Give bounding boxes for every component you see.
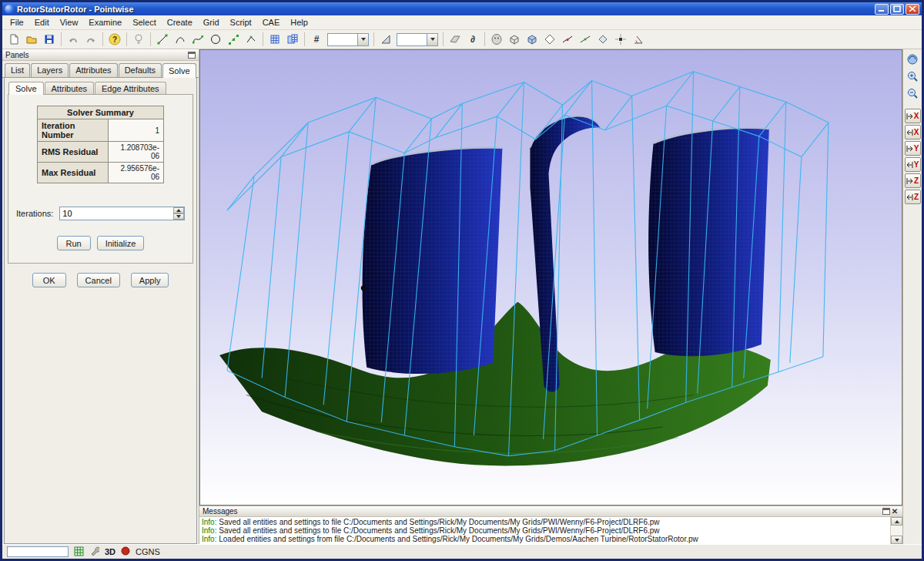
cube-outline-icon[interactable] [506,32,523,48]
menu-edit[interactable]: Edit [29,16,55,29]
spline-tool-icon[interactable] [189,32,206,48]
spacing-combo-arrow[interactable] [427,34,437,45]
scroll-down-icon[interactable] [891,536,902,544]
tab-layers[interactable]: Layers [31,63,69,78]
zoom-in-icon[interactable] [905,69,921,84]
derivative-icon[interactable]: ∂ [464,32,481,48]
spacing-combo[interactable] [397,33,438,46]
initialize-button[interactable]: Initialize [97,236,145,250]
curve-tool-icon[interactable] [172,32,189,48]
menu-view[interactable]: View [55,16,84,29]
extrude-grid-icon[interactable] [284,32,301,48]
tab-solve[interactable]: Solve [162,63,196,78]
diamond-small-icon[interactable] [594,32,611,48]
run-button[interactable]: Run [57,236,91,250]
tab-attributes[interactable]: Attributes [69,63,117,78]
circle-tool-icon[interactable] [207,32,224,48]
open-file-icon[interactable] [23,32,40,48]
messages-title: Messages [203,507,238,516]
menu-cae[interactable]: CAE [257,16,286,29]
close-button[interactable] [906,4,919,15]
save-file-icon[interactable] [41,32,58,48]
close-messages-icon[interactable]: ✕ [890,507,899,516]
panels-title: Panels [5,51,29,59]
redo-icon[interactable] [82,32,99,48]
menu-bar: File Edit View Examine Select Create Gri… [2,15,922,30]
view-minus-x-button[interactable]: X [905,125,921,139]
scroll-track[interactable] [891,526,902,536]
solver-summary-title: Solver Summary [38,106,164,119]
menu-grid[interactable]: Grid [198,16,225,29]
iterations-input[interactable] [59,207,185,220]
subtab-edge-attributes[interactable]: Edge Attributes [95,82,166,95]
dimension-combo-arrow[interactable] [357,34,368,45]
subtab-solve[interactable]: Solve [8,82,44,95]
help-icon[interactable]: ? [106,32,123,48]
title-bar: RotorStatorRotor - Pointwise [2,2,922,15]
menu-file[interactable]: File [5,16,29,29]
view-plus-x-button[interactable]: X [905,109,921,123]
rotate-view-icon[interactable] [905,52,921,67]
maximize-button[interactable] [890,4,904,15]
apply-button[interactable]: Apply [131,273,169,287]
view-plus-y-button[interactable]: Y [905,141,921,156]
subtab-attributes[interactable]: Attributes [45,82,94,95]
solve-panel: Solve Attributes Edge Attributes Solver … [4,78,197,544]
point-marker[interactable] [361,285,367,291]
tool-wrench-icon[interactable] [89,546,99,558]
log-line: Info: Saved all entities and settings to… [202,518,888,526]
float-panel-icon[interactable] [188,52,196,59]
cancel-button[interactable]: Cancel [77,273,120,287]
float-messages-icon[interactable] [882,508,890,515]
tab-list[interactable]: List [5,63,30,78]
view-minus-y-button[interactable]: Y [905,157,921,172]
structured-grid-icon[interactable] [266,32,283,48]
light-toggle-icon[interactable] [130,32,147,48]
minimize-button[interactable] [875,4,889,15]
menu-script[interactable]: Script [225,16,257,29]
solve-content: Solver Summary Iteration Number 1 RMS Re… [8,95,193,264]
zoom-out-icon[interactable] [905,86,921,101]
messages-scrollbar[interactable] [890,517,902,544]
mask-icon[interactable] [488,32,505,48]
log-line: Info: Loaded entities and settings from … [202,535,888,543]
new-file-icon[interactable] [5,32,22,48]
messages-log: Info: Saved all entities and settings to… [199,517,890,544]
cube-solid-icon[interactable] [524,32,541,48]
diamond-tool-icon[interactable] [541,32,558,48]
scroll-up-icon[interactable] [891,517,902,526]
status-command-input[interactable] [7,546,69,557]
sheet-icon[interactable] [447,32,464,48]
control-points-icon[interactable] [225,32,242,48]
max-residual-value: 2.956576e-06 [109,163,164,183]
layer-grid-icon[interactable] [74,546,84,558]
line-tool-icon[interactable] [154,32,171,48]
viewport-3d[interactable] [199,49,902,506]
dimension-combo[interactable] [327,33,369,46]
angle-tool-icon[interactable] [630,32,647,48]
svg-text:?: ? [112,35,117,44]
menu-create[interactable]: Create [162,16,198,29]
menu-examine[interactable]: Examine [83,16,127,29]
connector-split-icon[interactable] [559,32,576,48]
dimension-label-icon: # [308,32,325,48]
view-toolbar: X X Y Y Z Z [902,49,922,544]
iterations-up-icon[interactable] [173,207,184,213]
undo-icon[interactable] [65,32,82,48]
ok-button[interactable]: OK [32,273,66,287]
view-minus-z-button[interactable]: Z [905,190,921,204]
iteration-number-label: Iteration Number [38,119,109,142]
iterations-label: Iterations: [16,209,53,218]
connector-join-icon[interactable] [577,32,594,48]
solve-subtabs: Solve Attributes Edge Attributes [8,82,193,95]
status-bar: 3D CGNS [2,544,922,559]
segment-tool-icon[interactable] [243,32,259,48]
turbine-scene [200,50,902,505]
node-tool-icon[interactable] [612,32,629,48]
view-plus-z-button[interactable]: Z [905,173,921,188]
iterations-down-icon[interactable] [173,213,184,220]
tab-defaults[interactable]: Defaults [119,63,162,78]
menu-select[interactable]: Select [127,16,162,29]
menu-help[interactable]: Help [285,16,313,29]
spacing-label-icon [377,32,394,48]
